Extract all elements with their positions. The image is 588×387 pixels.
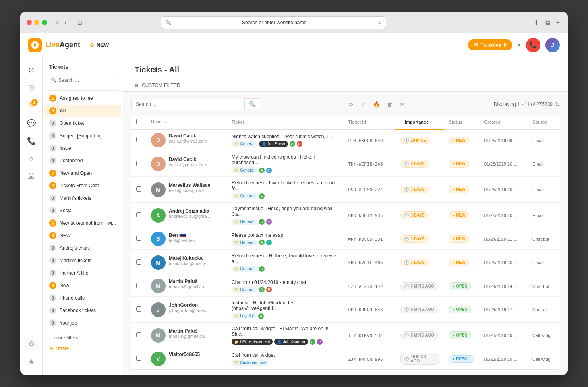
col-source-header[interactable]: Source [528, 115, 560, 129]
ticket-title[interactable]: Call from call widget [232, 352, 338, 358]
nav-item-phone-calls[interactable]: 0 Phone calls [44, 292, 121, 304]
sidebar-item-building[interactable]: 🏛 [23, 168, 39, 184]
nav-item-social[interactable]: 0 Social [44, 205, 121, 217]
dot-icon: ● [452, 357, 454, 361]
ticket-search-button[interactable]: 🔍 [244, 98, 260, 110]
nav-item-issue[interactable]: 0 Issue [44, 142, 121, 154]
ticket-id-cell: WPY-RQVQS-331 [343, 228, 395, 250]
phone-button[interactable]: 📞 [526, 38, 540, 52]
nav-item-postponed[interactable]: 0 Postponed [44, 155, 121, 167]
nav-item-new-and-open[interactable]: 7 New and Open [44, 167, 121, 179]
ticket-title[interactable]: Night's watch supplies - Dear Night's wa… [232, 134, 338, 139]
share-button[interactable]: ⬆ [532, 17, 540, 28]
col-user-header[interactable]: User ⌄ [146, 115, 227, 129]
more-filters-link[interactable]: – more filters [43, 333, 123, 343]
ticket-title[interactable]: Chat from 01/24/2019 - empty chat [232, 279, 338, 285]
ticket-title[interactable]: Call from call widget - Hi Martin, We ar… [232, 326, 338, 337]
nav-item-new[interactable]: 6 New [44, 279, 121, 292]
user-info: Marsellus Wallace hello@saasgrowth... [169, 182, 210, 193]
col-id-header[interactable]: Ticket id [343, 115, 395, 129]
select-all-checkbox[interactable] [136, 119, 141, 124]
ticket-title[interactable]: Payment issue - Hello, hope you are doin… [232, 206, 338, 217]
nav-item-new-tickets-not-from-twi...[interactable]: 6 New tickets not from Twi... [44, 217, 121, 229]
row-checkbox[interactable] [136, 236, 141, 241]
pin-button[interactable]: ⊳ [346, 99, 356, 109]
nav-item-martin's-tickets[interactable]: 0 Martin's tickets [44, 255, 121, 267]
ticket-search-input[interactable] [131, 99, 244, 110]
sidebar-item-settings[interactable]: ⚙ [23, 336, 39, 352]
nav-item-open-ticket[interactable]: 0 Open ticket [44, 117, 121, 129]
tosolve-button[interactable]: ✉ To solve 6 [468, 39, 512, 50]
table-row[interactable]: D David Cacik cacik.d@gmail.com My crow … [131, 151, 560, 177]
forward-button[interactable]: › [62, 18, 69, 27]
ticket-title[interactable]: fdsfadsf - Hi JohnGordon, test (https://… [232, 300, 338, 311]
row-checkbox[interactable] [136, 161, 141, 166]
maximize-button[interactable] [42, 20, 47, 25]
ticket-title[interactable]: Refund request - I would like to request… [232, 180, 338, 191]
col-ticket-header[interactable]: Ticket [227, 115, 343, 129]
delete-button[interactable]: 🗑 [385, 99, 395, 109]
sidebar-item-chat[interactable]: 💬 [23, 115, 39, 131]
sidebar-item-email[interactable]: ✉ 1 [23, 97, 39, 114]
nav-count: 0 [49, 157, 56, 164]
row-checkbox[interactable] [136, 137, 141, 142]
more-button[interactable]: ✂ [398, 99, 407, 109]
nav-item-partner-a-filter[interactable]: 0 Partner A filter [44, 267, 121, 279]
table-row[interactable]: M Matej Kukucka mkukucka@quality... Refu… [131, 250, 560, 275]
sidebar-item-circle[interactable]: ○ [23, 151, 39, 167]
nav-item-facebook-tickets[interactable]: 0 Facebook tickets [44, 304, 121, 317]
nav-item-all[interactable]: 9 All [44, 105, 121, 117]
refresh-icon: ↻ [378, 20, 382, 25]
col-created-header[interactable]: Created [479, 115, 528, 129]
table-row[interactable]: V Visitor548655 Call from call widget 📁C… [131, 348, 560, 370]
user-avatar-btn[interactable]: J [545, 38, 560, 52]
row-checkbox[interactable] [136, 212, 141, 217]
flame-button[interactable]: 🔥 [371, 99, 382, 109]
nav-item-new[interactable]: 6 NEW [44, 230, 121, 242]
ticket-title[interactable]: Please contact me asap [232, 232, 338, 238]
nav-item-andrej's-chats[interactable]: 0 Andrej's chats [44, 242, 121, 254]
col-status-header[interactable]: Status [444, 115, 479, 129]
col-importance-header[interactable]: ↑ Importance [395, 115, 444, 129]
tab-button[interactable]: ⧉ [544, 17, 551, 28]
nav-item-martin's-tickets[interactable]: 0 Martin's tickets [44, 192, 121, 204]
ticket-title[interactable]: My crow can't find consignees - Hello, I… [232, 154, 338, 166]
table-row[interactable]: M Martin Paluš mpalus@gmail.co... Call f… [131, 323, 560, 348]
table-row[interactable]: D David Cacik cacik.d@gmail.com Night's … [131, 129, 560, 151]
create-link[interactable]: ⊕ create [43, 343, 123, 354]
sidebar-item-widgets[interactable]: ⊞ [23, 80, 39, 96]
custom-filter-bar[interactable]: ⊕ CUSTOM FILTER [135, 79, 557, 91]
table-row[interactable]: M Martin Paluš mpalus@gmail.co... Chat f… [131, 275, 560, 297]
table-row[interactable]: B Ben 🇷🇺 test@test.test Please contact m… [131, 228, 560, 250]
reader-button[interactable]: ⊡ [74, 19, 85, 27]
row-checkbox[interactable] [136, 356, 141, 361]
nav-item-subject-[support.in][interactable]: 0 Subject [Support.in] [44, 130, 121, 142]
row-checkbox[interactable] [136, 283, 141, 288]
check-button[interactable]: ✓ [358, 99, 368, 109]
table-row[interactable]: J JohnGordon johngordon@lades... fdsfads… [131, 297, 560, 323]
nav-item-your-job[interactable]: 0 Your job [44, 317, 121, 329]
refresh-button[interactable]: ↻ [555, 101, 560, 108]
nav-item-tickets-from-chat[interactable]: 2 Tickets From Chat [44, 180, 121, 192]
ticket-title[interactable]: Refund request - Hi there, I would love … [232, 253, 338, 264]
minimize-button[interactable] [34, 20, 39, 25]
status-cell: ●OPEN [444, 323, 479, 348]
sidebar-item-dashboard[interactable]: ⊙ [23, 62, 39, 78]
sidebar-item-phone[interactable]: 📞 [23, 133, 39, 149]
address-bar[interactable]: 🔍 Search or enter website name ↻ [161, 16, 386, 29]
nav-count: 7 [49, 170, 56, 177]
left-search-input[interactable] [48, 75, 118, 85]
nav-item-assigned-to-me[interactable]: 1 Assigned to me [44, 92, 121, 104]
close-button[interactable] [27, 20, 32, 25]
row-checkbox[interactable] [136, 186, 141, 192]
add-tab-button[interactable]: + [555, 17, 561, 28]
row-checkbox[interactable] [136, 332, 141, 337]
ticket-tag: 📁General [232, 240, 257, 246]
row-checkbox[interactable] [136, 259, 141, 265]
table-row[interactable]: A Andrej Csizmadia andrewcsi03@gma... Pa… [131, 203, 560, 228]
sidebar-item-star[interactable]: ★ [23, 354, 39, 370]
table-row[interactable]: M Marsellus Wallace hello@saasgrowth... … [131, 177, 560, 203]
back-button[interactable]: ‹ [54, 18, 60, 27]
row-checkbox[interactable] [136, 306, 141, 312]
source-text: Contact [532, 307, 548, 312]
